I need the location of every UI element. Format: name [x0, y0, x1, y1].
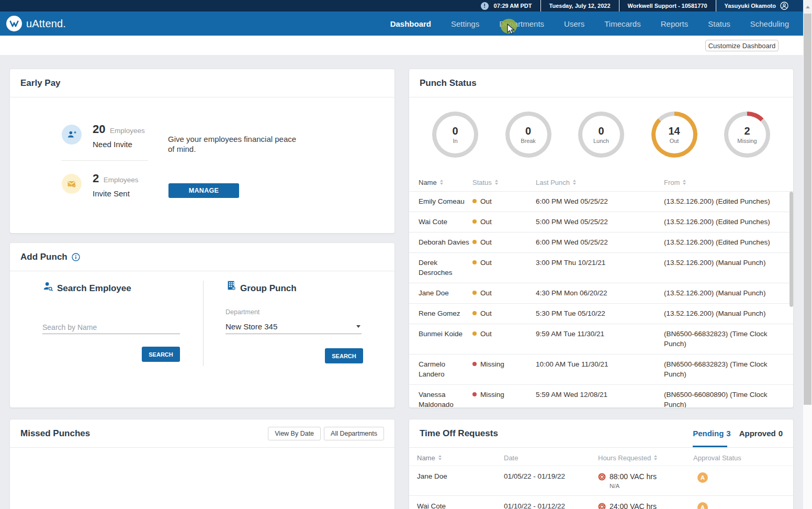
nav-item-users[interactable]: Users — [564, 19, 584, 28]
status-dot-out — [472, 311, 477, 315]
add-punch-card: Add Punch Search Employee SEARCH Group P… — [9, 242, 395, 408]
status-dot-missing — [472, 362, 477, 366]
approved-count: 0 — [779, 429, 783, 438]
approval-badge[interactable]: A — [697, 502, 708, 509]
browser-scrollbar[interactable] — [803, 0, 812, 509]
account-icon — [780, 2, 788, 10]
need-invite-label: Need Invite — [93, 140, 145, 149]
group-punch-search-button[interactable]: SEARCH — [325, 348, 363, 363]
row-last-punch: 4:30 PM Mon 06/20/22 — [536, 288, 664, 298]
table-row[interactable]: Jane Doe 01/05/22 - 01/19/22 88:00 VAC h… — [409, 466, 793, 496]
row-status: Missing — [472, 359, 536, 379]
need-invite-unit: Employees — [110, 127, 145, 135]
nav-item-scheduling[interactable]: Scheduling — [750, 19, 789, 28]
row-name: Derek Desroches — [409, 258, 472, 278]
circle-in-label: In — [453, 138, 457, 144]
approval-badge[interactable]: A — [697, 472, 708, 483]
topbar-date: Tuesday, July 12, 2022 — [540, 0, 619, 12]
scrollbar-up-arrow[interactable] — [803, 0, 812, 14]
missed-punches-card: Missed Punches View By Date All Departme… — [9, 419, 395, 509]
column-header-last-punch[interactable]: Last Punch — [536, 179, 664, 186]
scrollbar-thumb[interactable] — [804, 14, 811, 405]
table-row[interactable]: Jane Doe Out 4:30 PM Mon 06/20/22 (13.52… — [409, 283, 793, 304]
row-status: Out — [472, 288, 536, 298]
table-row[interactable]: Deborah Davies Out 6:00 PM Wed 05/25/22 … — [409, 233, 793, 253]
nav-item-reports[interactable]: Reports — [661, 19, 689, 28]
row-from: (13.52.126.200) (Edited Punches) — [664, 196, 771, 206]
view-by-date-button[interactable]: View By Date — [268, 427, 321, 440]
column-header-hours[interactable]: Hours Requested — [598, 454, 693, 462]
sort-icon — [438, 455, 442, 460]
row-last-punch: 5:30 PM Tue 05/10/22 — [536, 308, 664, 318]
table-scrollbar[interactable] — [790, 192, 793, 307]
row-status: Out — [472, 196, 536, 206]
info-icon[interactable] — [72, 253, 80, 261]
table-row[interactable]: Derek Desroches Out 3:00 PM Thu 10/21/21… — [409, 253, 793, 283]
table-row[interactable]: Rene Gomez Out 5:30 PM Tue 05/10/22 (13.… — [409, 304, 793, 324]
row-from: (13.52.126.200) (Edited Punches) — [664, 217, 771, 227]
status-dot-out — [472, 260, 477, 264]
topbar-user-menu[interactable]: Yasuyuki Okamoto — [716, 0, 803, 12]
search-employee-heading: Search Employee — [57, 283, 131, 294]
topbar-username: Yasuyuki Okamoto — [725, 3, 776, 9]
nav-menu: Dashboard Settings Departments Users Tim… — [390, 12, 789, 36]
row-name: Bunmei Koide — [409, 329, 472, 349]
uattend-logo-icon — [6, 16, 22, 31]
main-nav: uAttend. Dashboard Settings Departments … — [0, 12, 803, 36]
table-row[interactable]: Carmelo Landero Missing 10:00 AM Tue 11/… — [409, 355, 793, 385]
row-from: (BN6500-66832823) (Time Clock Punch) — [664, 359, 771, 379]
group-punch-icon — [225, 280, 237, 293]
column-header-status[interactable]: Status — [472, 179, 536, 186]
circle-out-label: Out — [670, 138, 679, 144]
divider — [203, 281, 204, 366]
topbar-support[interactable]: Workwell Support - 10581770 — [619, 0, 716, 12]
row-status: Out — [472, 329, 536, 349]
column-header-date: Date — [504, 454, 598, 462]
department-select[interactable]: New Store 345 — [225, 319, 362, 334]
manage-button[interactable]: MANAGE — [168, 183, 239, 198]
table-row[interactable]: Emily Comeau Out 6:00 PM Wed 05/25/22 (1… — [409, 192, 793, 212]
search-employee-button[interactable]: SEARCH — [142, 347, 180, 362]
nav-item-timecards[interactable]: Timecards — [604, 19, 640, 28]
column-header-from[interactable]: From — [664, 179, 793, 186]
circle-missing-value: 2 — [744, 125, 750, 137]
status-dot-missing — [472, 392, 477, 396]
row-from: (BN6500-66832823) (Time Clock Punch) — [664, 329, 771, 349]
row-name: Wai Cote — [409, 502, 504, 509]
all-departments-button[interactable]: All Departments — [324, 427, 384, 440]
row-last-punch: 3:00 PM Thu 10/21/21 — [536, 258, 664, 278]
customize-dashboard-button[interactable]: Customize Dashboard — [705, 40, 779, 51]
time-off-tabs: Pending3 Approved0 — [693, 419, 783, 447]
page-header-band: Customize Dashboard — [0, 36, 803, 55]
nav-item-dashboard[interactable]: Dashboard — [390, 19, 431, 28]
table-row[interactable]: Wai Cote 01/10/22 - 01/12/22 24:00 VAC h… — [409, 496, 793, 509]
row-name: Carmelo Landero — [409, 359, 472, 379]
table-row[interactable]: Wai Cote Out 5:00 PM Wed 05/25/22 (13.52… — [409, 212, 793, 233]
topbar-time: 07:29 AM PDT — [494, 3, 532, 9]
row-from: (13.52.126.200) (Edited Punches) — [664, 237, 771, 247]
early-pay-title: Early Pay — [20, 78, 61, 88]
tab-approved[interactable]: Approved0 — [739, 429, 783, 438]
column-header-name[interactable]: Name — [409, 179, 472, 186]
table-row[interactable]: Bunmei Koide Out 9:59 AM Tue 11/30/21 (B… — [409, 324, 793, 355]
tab-pending[interactable]: Pending3 — [693, 429, 731, 438]
row-approval: A — [693, 502, 793, 509]
table-row[interactable]: Vanessa Maldonado Missing 5:59 AM Wed 12… — [409, 385, 793, 408]
nav-item-status[interactable]: Status — [708, 19, 730, 28]
row-last-punch: 9:59 AM Tue 11/30/21 — [536, 329, 664, 349]
brand[interactable]: uAttend. — [6, 16, 66, 31]
circle-lunch: 0Lunch — [578, 112, 624, 158]
early-pay-message: Give your employees financial peace of m… — [168, 134, 303, 154]
status-dot-out — [472, 291, 477, 295]
top-utility-bar: ! 07:29 AM PDT Tuesday, July 12, 2022 Wo… — [0, 0, 803, 12]
circle-missing: 2Missing — [724, 112, 770, 158]
punch-table-header: Name Status Last Punch From — [409, 173, 793, 192]
column-header-name[interactable]: Name — [409, 454, 504, 462]
status-dot-out — [472, 199, 477, 203]
search-employee-input[interactable] — [42, 320, 180, 334]
punch-table-body: Emily Comeau Out 6:00 PM Wed 05/25/22 (1… — [409, 192, 793, 408]
alert-icon[interactable]: ! — [481, 2, 489, 10]
row-name: Deborah Davies — [409, 237, 472, 247]
nav-item-settings[interactable]: Settings — [451, 19, 479, 28]
topbar-time-section: ! 07:29 AM PDT — [472, 0, 540, 12]
